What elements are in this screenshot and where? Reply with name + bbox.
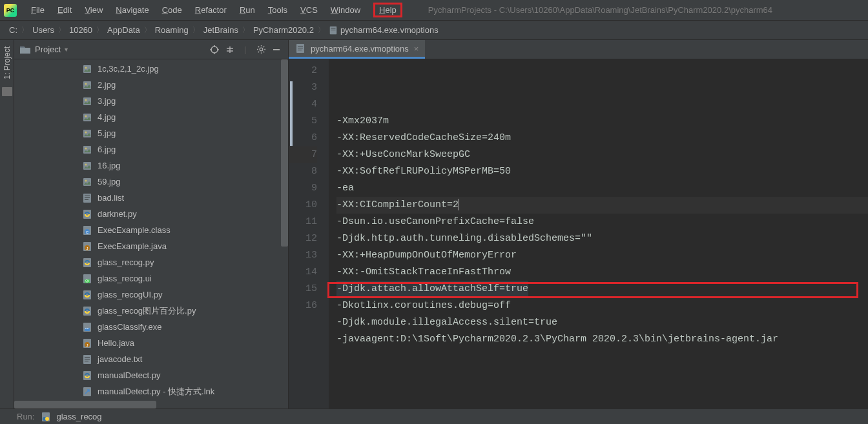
tree-item[interactable]: 2.jpg (14, 77, 288, 93)
tree-item[interactable]: CExecExample.class (14, 222, 288, 238)
menu-file[interactable]: File (25, 3, 51, 17)
file-label: manualDetect.py (98, 370, 161, 380)
editor-body[interactable]: 2345678910111213141516 -Xmx2037m-XX:Rese… (289, 59, 868, 409)
code-line[interactable]: -javaagent:D:\1Soft\Pycharm2020.2.3\PyCh… (336, 331, 868, 348)
settings-gear-icon[interactable] (254, 43, 267, 56)
code-line[interactable] (336, 348, 868, 365)
line-number: 13 (289, 247, 317, 264)
tree-item[interactable]: 4.jpg (14, 109, 288, 125)
py-file-icon (82, 257, 92, 268)
tree-item[interactable]: glass_recogUI.py (14, 287, 288, 303)
scrollbar-thumb[interactable] (281, 59, 288, 247)
tree-item[interactable]: 59.jpg (14, 174, 288, 190)
tree-item[interactable]: glass_recog图片百分比.py (14, 303, 288, 319)
breadcrumb-item[interactable]: JetBrains (203, 25, 238, 35)
vertical-scrollbar[interactable] (281, 59, 288, 285)
menu-refactor[interactable]: Refactor (189, 3, 233, 17)
file-label: glass_recog.py (98, 257, 154, 267)
editor-tab[interactable]: pycharm64.exe.vmoptions × (289, 40, 425, 59)
breadcrumb-item[interactable]: pycharm64.exe.vmoptions (329, 25, 439, 35)
tree-item[interactable]: manualDetect.py (14, 367, 288, 383)
code-line[interactable]: -Djdk.attach.allowAttachSelf=true (336, 281, 868, 298)
breadcrumb-item[interactable]: Roaming (155, 25, 189, 35)
svg-point-13 (85, 83, 87, 85)
code-line[interactable]: -Dsun.io.useCanonPrefixCache=false (336, 214, 868, 230)
tree-item[interactable]: glass_recog.py (14, 254, 288, 270)
code-line[interactable]: -XX:CICompilerCount=2 (336, 197, 868, 214)
tree-item[interactable]: 6.jpg (14, 141, 288, 157)
menu-navigate[interactable]: Navigate (109, 3, 155, 17)
code-line[interactable]: -XX:+UseConcMarkSweepGC (336, 146, 868, 163)
svg-rect-30 (83, 210, 91, 219)
code-line[interactable]: -Djdk.http.auth.tunneling.disabledScheme… (336, 230, 868, 247)
file-label: ExecExample.class (98, 225, 170, 235)
tree-item[interactable]: 5.jpg (14, 125, 288, 141)
code-line[interactable]: -XX:ReservedCodeCacheSize=240m (336, 130, 868, 146)
code-line[interactable]: -Dkotlinx.coroutines.debug=off (336, 298, 868, 314)
project-panel-title[interactable]: Project (35, 45, 61, 54)
code-line[interactable]: -XX:+HeapDumpOnOutOfMemoryError (336, 247, 868, 264)
tree-item[interactable]: bad.list (14, 190, 288, 206)
breadcrumb-item[interactable]: Users (32, 25, 54, 35)
file-label: 59.jpg (98, 177, 120, 187)
project-view-dropdown-icon[interactable]: ▾ (65, 46, 68, 53)
menu-vcs[interactable]: VCS (294, 3, 324, 17)
py-file-icon (82, 290, 92, 300)
tree-item[interactable]: Qtglass_recog.ui (14, 270, 288, 287)
code-line[interactable]: -Xmx2037m (336, 113, 868, 130)
tree-item[interactable]: manualDetect.py - 快捷方式.lnk (14, 383, 288, 399)
tree-item[interactable]: JExecExample.java (14, 238, 288, 254)
code-line[interactable]: -ea (336, 180, 868, 197)
scrollbar-thumb[interactable] (14, 401, 156, 409)
file-label: Hello.java (98, 338, 134, 348)
project-tree[interactable]: 1c,3c,2,1_2c.jpg2.jpg3.jpg4.jpg5.jpg6.jp… (14, 59, 288, 409)
code-line[interactable]: -XX:-OmitStackTraceInFastThrow (336, 264, 868, 281)
run-tool-label[interactable]: Run: (17, 412, 34, 421)
tree-item[interactable]: glassClassify.exe (14, 319, 288, 335)
horizontal-scrollbar[interactable] (14, 401, 288, 409)
file-label: bad.list (98, 193, 124, 203)
chevron-right-icon: 〉 (318, 25, 325, 35)
close-tab-icon[interactable]: × (414, 44, 419, 54)
menu-tools[interactable]: Tools (262, 3, 294, 17)
svg-point-25 (85, 179, 87, 181)
tree-item[interactable]: 3.jpg (14, 93, 288, 109)
breadcrumb-item[interactable]: PyCharm2020.2 (253, 25, 314, 35)
tree-item[interactable]: 1c,3c,2,1_2c.jpg (14, 61, 288, 77)
window-title: PycharmProjects - C:\Users\10260\AppData… (428, 5, 772, 15)
svg-point-23 (85, 163, 87, 165)
hide-panel-icon[interactable] (270, 43, 283, 56)
breadcrumb-item[interactable]: C: (9, 25, 17, 35)
svg-rect-51 (85, 357, 90, 358)
svg-rect-14 (83, 97, 91, 105)
chevron-right-icon: 〉 (242, 25, 249, 35)
menu-window[interactable]: Window (324, 3, 367, 17)
svg-rect-22 (83, 162, 91, 170)
menu-view[interactable]: View (78, 3, 109, 17)
editor-code[interactable]: -Xmx2037m-XX:ReservedCodeCacheSize=240m-… (329, 59, 868, 409)
menu-code[interactable]: Code (156, 3, 189, 17)
tree-item[interactable]: 16.jpg (14, 157, 288, 174)
svg-rect-10 (83, 65, 91, 73)
svg-rect-54 (83, 371, 91, 380)
breadcrumb-bar: C:〉Users〉10260〉AppData〉Roaming〉JetBrains… (0, 21, 868, 40)
code-line[interactable]: -XX:SoftRefLRUPolicyMSPerMB=50 (336, 163, 868, 180)
img-file-icon (82, 177, 92, 187)
breadcrumb-item[interactable]: AppData (107, 25, 140, 35)
menu-help[interactable]: Help (367, 3, 409, 17)
line-number: 10 (289, 197, 317, 214)
menu-run[interactable]: Run (233, 3, 262, 17)
expand-all-icon[interactable] (223, 43, 236, 56)
tree-item[interactable]: darknet.py (14, 206, 288, 222)
code-line[interactable]: -Djdk.module.illegalAccess.silent=true (336, 314, 868, 331)
tree-item[interactable]: javacode.txt (14, 351, 288, 367)
locate-icon[interactable] (208, 43, 221, 56)
project-tool-tab[interactable]: 1: Project (3, 44, 12, 82)
java-file-icon: J (82, 338, 92, 348)
run-config[interactable]: glass_recog (41, 412, 101, 422)
breadcrumb-item[interactable]: 10260 (69, 25, 92, 35)
file-label: 3.jpg (98, 96, 116, 106)
menu-edit[interactable]: Edit (51, 3, 78, 17)
structure-tool-icon[interactable] (2, 87, 12, 96)
tree-item[interactable]: JHello.java (14, 335, 288, 351)
